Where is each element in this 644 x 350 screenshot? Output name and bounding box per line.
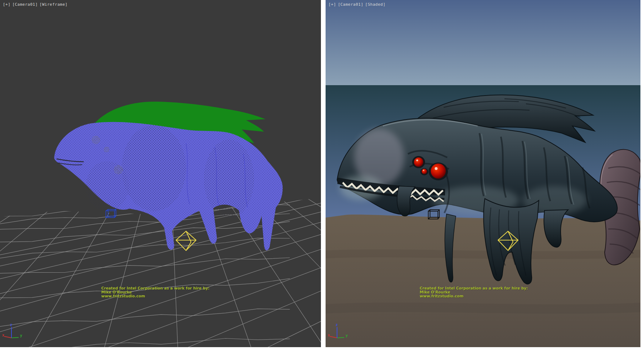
- creator-watermark: Created for Intel Corporation as a work …: [101, 286, 210, 298]
- eye-large: [431, 164, 446, 179]
- fish-eye-left-2: [104, 147, 109, 152]
- fish-eye-left-1: [92, 136, 100, 144]
- viewport-label: [+] [Camera01] [Shaded]: [328, 2, 386, 7]
- axis-y-label: y: [20, 334, 22, 337]
- fish-eye-left-3: [114, 165, 123, 174]
- viewport-shading-button[interactable]: [Shaded]: [365, 2, 386, 7]
- viewport-label: [+] [Camera01] [Wireframe]: [3, 2, 68, 7]
- axis-z-label: z: [10, 323, 12, 327]
- sky-gradient: [326, 0, 640, 85]
- viewport-camera-button[interactable]: [Camera01]: [12, 2, 38, 7]
- axis-x-label: x: [2, 333, 4, 337]
- creator-watermark: Created for Intel Corporation as a work …: [420, 286, 528, 298]
- axis-x-label: x: [328, 333, 330, 337]
- eye-small: [422, 169, 427, 174]
- viewport-split-container: [+] [Camera01] [Wireframe]: [0, 0, 644, 350]
- viewport-menu-button[interactable]: [+]: [328, 2, 336, 7]
- eye-medium: [414, 157, 423, 167]
- viewport-camera-button[interactable]: [Camera01]: [338, 2, 363, 7]
- fish-model-wireframe[interactable]: [54, 102, 283, 251]
- box-helper[interactable]: [106, 209, 116, 218]
- viewport-menu-button[interactable]: [+]: [3, 2, 10, 7]
- viewport-wireframe[interactable]: [+] [Camera01] [Wireframe]: [0, 0, 321, 347]
- viewport-shading-button[interactable]: [Wireframe]: [40, 2, 68, 7]
- bone-octahedron-helper[interactable]: [176, 231, 196, 251]
- viewport-shaded[interactable]: [+] [Camera01] [Shaded]: [326, 0, 640, 347]
- axis-z-label: z: [336, 323, 338, 327]
- ground-terrain: [326, 215, 640, 347]
- axis-y-label: y: [346, 334, 348, 337]
